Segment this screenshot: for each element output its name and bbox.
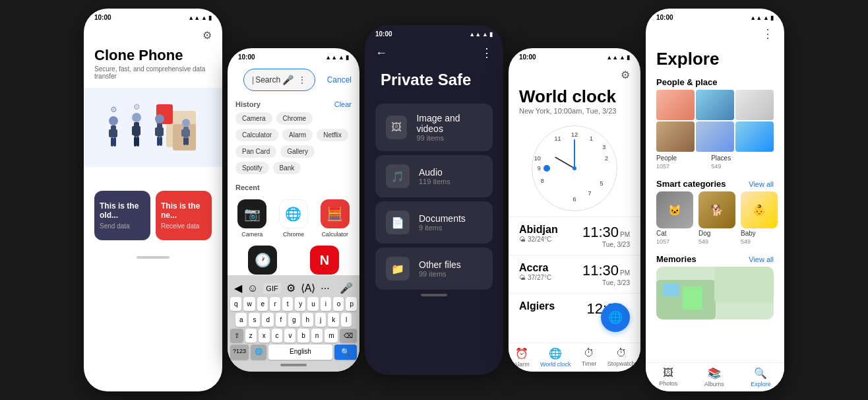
key-space[interactable]: English bbox=[268, 345, 332, 360]
chip-chrome[interactable]: Chrome bbox=[276, 112, 313, 125]
keyboard-emoji-icon[interactable]: ☺ bbox=[247, 283, 258, 294]
key-g[interactable]: g bbox=[288, 313, 300, 327]
chip-spotify[interactable]: Spotify bbox=[235, 162, 269, 174]
safe-item-images[interactable]: 🖼 Image and videos 99 items bbox=[375, 104, 493, 151]
keyboard-mic-icon[interactable]: 🎤 bbox=[340, 282, 353, 294]
chip-gallery[interactable]: Gallery bbox=[280, 145, 315, 158]
safe-item-docs[interactable]: 📄 Documents 9 items bbox=[375, 201, 493, 244]
add-city-fab[interactable]: 🌐 bbox=[601, 303, 630, 332]
key-o[interactable]: o bbox=[333, 297, 344, 311]
key-f[interactable]: f bbox=[276, 313, 286, 327]
key-r[interactable]: r bbox=[270, 297, 280, 311]
people-item[interactable]: People 1057 bbox=[656, 154, 677, 170]
safe-item-audio[interactable]: 🎵 Audio 119 items bbox=[375, 155, 493, 197]
places-item[interactable]: Places 549 bbox=[711, 154, 731, 170]
app-calculator[interactable]: 🧮 Calculator bbox=[321, 199, 350, 238]
search-bar[interactable]: | Search 🎤 ⋮ bbox=[243, 69, 315, 91]
key-y[interactable]: y bbox=[295, 297, 305, 311]
chip-calc[interactable]: Calculator bbox=[235, 129, 278, 141]
key-k[interactable]: k bbox=[328, 313, 339, 327]
svg-rect-33 bbox=[683, 286, 702, 310]
tab-alarm[interactable]: ⏰ Alarm bbox=[514, 347, 530, 368]
key-a[interactable]: a bbox=[235, 313, 247, 327]
key-num[interactable]: ?123 bbox=[230, 345, 249, 360]
clear-button[interactable]: Clear bbox=[334, 100, 352, 108]
menu-icon-5[interactable]: ⋮ bbox=[762, 26, 774, 41]
smart-view-all[interactable]: View all bbox=[749, 180, 774, 188]
memories-view-all[interactable]: View all bbox=[749, 255, 774, 263]
key-v[interactable]: v bbox=[284, 329, 295, 343]
more-icon[interactable]: ⋮ bbox=[297, 75, 307, 85]
app-chrome[interactable]: 🌐 Chrome bbox=[279, 199, 308, 238]
photo-place3[interactable] bbox=[735, 121, 774, 152]
key-l[interactable]: l bbox=[341, 313, 352, 327]
key-lang[interactable]: 🌐 bbox=[251, 345, 266, 360]
cat-item-dog[interactable]: 🐕 Dog 549 bbox=[698, 191, 735, 245]
tab-stopwatch[interactable]: ⏱ Stopwatch bbox=[607, 347, 635, 368]
send-data-button[interactable]: This is the old... Send data bbox=[94, 191, 150, 240]
app-camera[interactable]: 📷 Camera bbox=[237, 199, 266, 238]
key-j[interactable]: j bbox=[315, 313, 326, 327]
key-p[interactable]: p bbox=[346, 297, 357, 311]
keyboard-translate-icon[interactable]: ⟨A⟩ bbox=[301, 282, 316, 294]
key-c[interactable]: c bbox=[272, 329, 283, 343]
key-n[interactable]: n bbox=[311, 329, 323, 343]
key-q[interactable]: q bbox=[230, 297, 241, 311]
receive-data-button[interactable]: This is the ne... Receive data bbox=[156, 191, 212, 240]
key-z[interactable]: z bbox=[245, 329, 257, 343]
menu-icon-3[interactable]: ⋮ bbox=[481, 46, 493, 60]
chip-alarm[interactable]: Alarm bbox=[282, 129, 313, 141]
key-t[interactable]: t bbox=[282, 297, 293, 311]
mic-icon[interactable]: 🎤 bbox=[282, 75, 294, 85]
clock-minute-hand bbox=[574, 139, 575, 168]
key-w[interactable]: w bbox=[243, 297, 255, 311]
keyboard-back-icon[interactable]: ◀ bbox=[234, 282, 242, 294]
settings-icon-4[interactable]: ⚙ bbox=[621, 69, 630, 81]
accra-temp: 🌤 37/27°C bbox=[519, 274, 551, 281]
docs-icon: 📄 bbox=[386, 211, 410, 234]
photo-person1[interactable] bbox=[656, 90, 695, 120]
key-shift[interactable]: ⇧ bbox=[230, 329, 243, 343]
weather-icon-2: 🌤 bbox=[519, 274, 526, 281]
key-u[interactable]: u bbox=[307, 297, 319, 311]
tab-explore[interactable]: 🔍 Explore bbox=[751, 367, 771, 387]
key-m[interactable]: m bbox=[325, 329, 338, 343]
key-search[interactable]: 🔍 bbox=[334, 345, 357, 360]
memories-thumb[interactable] bbox=[656, 267, 774, 319]
key-e[interactable]: e bbox=[257, 297, 268, 311]
key-h[interactable]: h bbox=[302, 313, 314, 327]
clock-2: 2 bbox=[605, 155, 608, 162]
settings-icon-1[interactable]: ⚙ bbox=[202, 29, 212, 42]
people-place-grid bbox=[646, 90, 784, 154]
people-count: 1057 bbox=[656, 163, 677, 170]
tab-photos[interactable]: 🖼 Photos bbox=[659, 367, 677, 387]
chip-camera[interactable]: Camera bbox=[235, 112, 272, 125]
cancel-button[interactable]: Cancel bbox=[327, 75, 352, 84]
photo-person3[interactable] bbox=[735, 90, 774, 120]
tab-albums[interactable]: 📚 Albums bbox=[704, 367, 724, 387]
key-x[interactable]: x bbox=[259, 329, 270, 343]
key-backspace[interactable]: ⌫ bbox=[340, 329, 357, 343]
cat-item-cat[interactable]: 🐱 Cat 1057 bbox=[656, 191, 693, 245]
safe-item-other[interactable]: 📁 Other files 99 items bbox=[375, 248, 493, 290]
chip-pancard[interactable]: Pan Card bbox=[235, 145, 276, 158]
key-d[interactable]: d bbox=[262, 313, 274, 327]
keyboard[interactable]: ◀ ☺ GIF ⚙ ⟨A⟩ ··· 🎤 q w e r t y u i o p bbox=[228, 275, 359, 372]
keyboard-settings-icon[interactable]: ⚙ bbox=[286, 282, 295, 294]
key-i[interactable]: i bbox=[321, 297, 331, 311]
photo-place2[interactable] bbox=[696, 121, 734, 152]
keyboard-gif-icon[interactable]: GIF bbox=[263, 283, 280, 294]
key-s[interactable]: s bbox=[249, 313, 260, 327]
world-clock-subtitle: New York, 10:00am, Tue, 3/23 bbox=[509, 107, 640, 120]
tab-world-clock[interactable]: 🌐 World clock bbox=[540, 347, 571, 368]
history-label: History bbox=[235, 100, 261, 108]
keyboard-more-icon[interactable]: ··· bbox=[321, 283, 329, 294]
chip-netflix[interactable]: Netflix bbox=[317, 129, 348, 141]
tab-timer[interactable]: ⏱ Timer bbox=[582, 347, 597, 368]
chip-bank[interactable]: Bank bbox=[273, 162, 301, 174]
back-icon-3[interactable]: ← bbox=[375, 46, 387, 60]
cat-item-baby[interactable]: 👶 Baby 549 bbox=[741, 191, 778, 245]
photo-person2[interactable] bbox=[656, 121, 695, 152]
key-b[interactable]: b bbox=[297, 329, 309, 343]
photo-place1[interactable] bbox=[696, 90, 734, 120]
